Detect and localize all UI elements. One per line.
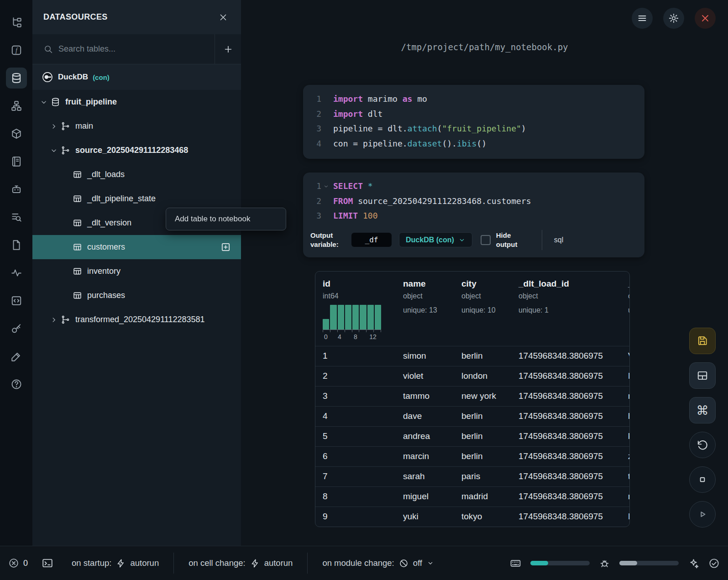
logs-icon bbox=[10, 211, 22, 223]
sidebar-packages-button[interactable] bbox=[6, 123, 27, 144]
settings-button[interactable] bbox=[663, 8, 684, 29]
table-row[interactable]: 7sarahparis1745968348.3806975t bbox=[315, 466, 629, 486]
add-table-to-notebook-button[interactable] bbox=[220, 242, 231, 252]
sidebar-files-button[interactable] bbox=[6, 12, 27, 33]
sidebar-logs-button[interactable] bbox=[6, 207, 27, 228]
table-row[interactable]: 4daveberlin1745968348.3806975h bbox=[315, 406, 629, 426]
column-header-city[interactable]: cityobjectunique: 10 bbox=[454, 279, 511, 341]
sidebar-variables-button[interactable]: f bbox=[6, 40, 27, 61]
stop-icon bbox=[697, 474, 708, 486]
panel-close-button[interactable] bbox=[216, 10, 230, 24]
config-label: on module change: bbox=[322, 558, 394, 568]
config-value: autorun bbox=[264, 558, 293, 568]
id-column-histogram: 04812 bbox=[323, 305, 381, 341]
engine-connection: (con) bbox=[93, 73, 110, 81]
save-button[interactable] bbox=[689, 328, 716, 354]
sidebar-secrets-button[interactable] bbox=[6, 318, 27, 339]
column-header-name[interactable]: nameobjectunique: 13 bbox=[396, 279, 454, 341]
slider-1[interactable] bbox=[530, 561, 590, 565]
layout-icon bbox=[697, 370, 708, 381]
code-cell-python[interactable]: 1import marimo as mo2import dlt3pipeline… bbox=[303, 85, 644, 159]
tree-item-_dlt_loads[interactable]: _dlt_loads bbox=[32, 162, 241, 187]
terminal-button[interactable] bbox=[42, 557, 53, 569]
sidebar-scratchpad-button[interactable] bbox=[6, 235, 27, 256]
engine-row-duckdb[interactable]: DuckDB (con) bbox=[32, 64, 241, 90]
add-datasource-button[interactable] bbox=[215, 34, 241, 64]
on-module-change-config[interactable]: on module change:off bbox=[307, 553, 449, 574]
output-variable-input[interactable] bbox=[351, 233, 392, 247]
status-check-button[interactable] bbox=[708, 558, 720, 569]
chevron-right-icon bbox=[50, 122, 58, 131]
slider-2[interactable] bbox=[619, 561, 679, 565]
chevron-down-icon bbox=[458, 236, 466, 244]
sidebar-help-button[interactable] bbox=[6, 374, 27, 395]
python-code-editor[interactable]: 1import marimo as mo2import dlt3pipeline… bbox=[303, 92, 644, 151]
close-icon bbox=[700, 13, 711, 24]
table-body: 1simonberlin1745968348.3806975V2violetlo… bbox=[315, 346, 629, 527]
table-row[interactable]: 1simonberlin1745968348.3806975V bbox=[315, 346, 629, 366]
close-app-button[interactable] bbox=[695, 8, 716, 29]
code-cell-sql[interactable]: 1SELECT *2FROM source_202504291112283468… bbox=[303, 172, 644, 257]
notebook-main: /tmp/project/path/my_notebook.py 1import… bbox=[241, 0, 728, 546]
sidebar-dependencies-button[interactable] bbox=[6, 95, 27, 116]
column-header-id[interactable]: idint6404812 bbox=[315, 279, 396, 341]
table-row[interactable]: 3tammonew york1745968348.3806975r bbox=[315, 386, 629, 406]
undo-icon bbox=[697, 439, 708, 451]
result-table: idint6404812nameobjectunique: 13cityobje… bbox=[315, 271, 630, 527]
add-table-tooltip: Add table to notebook bbox=[166, 208, 286, 230]
search-row bbox=[32, 34, 241, 64]
table-row[interactable]: 6marcinberlin1745968348.3806975z bbox=[315, 446, 629, 466]
command-icon: ⌘ bbox=[697, 404, 709, 417]
sidebar-snippets-button[interactable] bbox=[6, 290, 27, 311]
column-header-_dlt_load_id[interactable]: _dlt_load_idobjectunique: 1 bbox=[511, 279, 621, 341]
tree-item-customers[interactable]: customers bbox=[32, 235, 241, 259]
sidebar-datasources-button[interactable] bbox=[6, 68, 27, 89]
sidebar-documentation-button[interactable] bbox=[6, 151, 27, 172]
lightning-icon bbox=[250, 559, 260, 568]
errors-indicator[interactable]: 0 bbox=[8, 558, 28, 569]
tree-item-label: _dlt_loads bbox=[87, 170, 125, 179]
stop-button[interactable] bbox=[689, 466, 716, 493]
menu-button[interactable] bbox=[632, 8, 653, 29]
table-row[interactable]: 5andreaberlin1745968348.3806975k bbox=[315, 426, 629, 446]
on-startup-config[interactable]: on startup:autorun bbox=[57, 553, 173, 574]
sidebar-tracing-button[interactable] bbox=[6, 262, 27, 283]
tree-item-source_202504291112283468[interactable]: source_202504291112283468 bbox=[32, 138, 241, 162]
tree-item-purchases[interactable]: purchases bbox=[32, 283, 241, 308]
tree-item-main[interactable]: main bbox=[32, 114, 241, 138]
search-icon bbox=[43, 44, 53, 54]
debug-button[interactable] bbox=[599, 558, 610, 569]
table-row[interactable]: 9yukitokyo1745968348.3806975E bbox=[315, 507, 629, 527]
keyboard-button[interactable] bbox=[510, 558, 521, 569]
command-palette-button[interactable]: ⌘ bbox=[689, 397, 716, 423]
layout-button[interactable] bbox=[689, 362, 716, 389]
table-row[interactable]: 8miguelmadrid1745968348.3806975r bbox=[315, 486, 629, 507]
restart-button[interactable] bbox=[689, 432, 716, 458]
sidebar-annotations-button[interactable] bbox=[6, 346, 27, 367]
column-header-_dlt_id[interactable]: _dlt_idobjectunique: 13 bbox=[621, 279, 630, 341]
ai-sparkles-button[interactable] bbox=[688, 558, 699, 569]
plus-icon bbox=[223, 44, 233, 54]
tree-item-transformed_202504291112283581[interactable]: transformed_202504291112283581 bbox=[32, 308, 241, 332]
search-input[interactable] bbox=[53, 44, 215, 54]
secrets-icon bbox=[10, 323, 22, 334]
on-cell-change-config[interactable]: on cell change:autorun bbox=[173, 553, 307, 574]
fold-chevron-icon[interactable] bbox=[323, 183, 329, 189]
gear-icon bbox=[668, 13, 679, 24]
table-icon bbox=[73, 291, 82, 300]
cell-actions: ⌘ bbox=[689, 328, 716, 528]
sparkles-icon bbox=[688, 558, 699, 569]
table-row[interactable]: 2violetlondon1745968348.3806975D bbox=[315, 366, 629, 386]
config-value: autorun bbox=[130, 558, 159, 568]
sidebar-ai-chat-button[interactable] bbox=[6, 179, 27, 200]
tree-item-inventory[interactable]: inventory bbox=[32, 259, 241, 283]
sql-code-editor[interactable]: 1SELECT *2FROM source_202504291112283468… bbox=[303, 179, 644, 224]
datasources-panel: DATASOURCES DuckDB (con) fruit_pipelinem… bbox=[32, 0, 241, 546]
close-icon bbox=[218, 12, 228, 22]
hide-output-checkbox[interactable] bbox=[481, 235, 491, 245]
tree-item-label: main bbox=[75, 121, 93, 131]
config-label: on cell change: bbox=[189, 558, 245, 568]
run-button[interactable] bbox=[689, 501, 716, 528]
engine-select-dropdown[interactable]: DuckDB (con) bbox=[399, 232, 472, 247]
tree-item-fruit_pipeline[interactable]: fruit_pipeline bbox=[32, 90, 241, 114]
